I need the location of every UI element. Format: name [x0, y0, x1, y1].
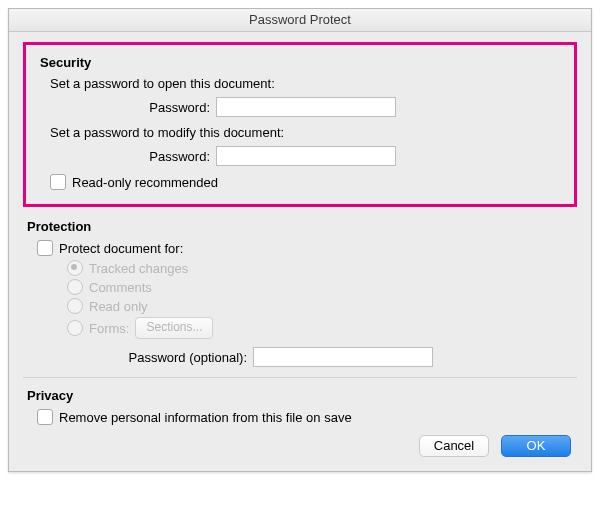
title-bar: Password Protect	[9, 9, 591, 32]
sections-button: Sections...	[135, 317, 213, 339]
optional-password-input[interactable]	[253, 347, 433, 367]
dialog-button-row: Cancel OK	[23, 435, 577, 457]
privacy-heading: Privacy	[27, 388, 573, 403]
modify-password-input[interactable]	[216, 146, 396, 166]
modify-password-prompt: Set a password to modify this document:	[50, 125, 284, 140]
radio-tracked-changes	[67, 260, 83, 276]
remove-personal-info-label: Remove personal information from this fi…	[59, 410, 352, 425]
protection-section: Protection Protect document for: Tracked…	[23, 219, 577, 367]
privacy-section: Privacy Remove personal information from…	[23, 388, 577, 425]
open-password-label: Password:	[50, 100, 216, 115]
open-password-input[interactable]	[216, 97, 396, 117]
radio-comments	[67, 279, 83, 295]
protect-for-checkbox[interactable]	[37, 240, 53, 256]
protection-radio-group: Tracked changes Comments Read only Forms…	[67, 260, 573, 339]
protection-heading: Protection	[27, 219, 573, 234]
security-heading: Security	[40, 55, 560, 70]
dialog-content: Security Set a password to open this doc…	[9, 32, 591, 471]
radio-forms	[67, 320, 83, 336]
radio-tracked-changes-label: Tracked changes	[89, 261, 188, 276]
readonly-label: Read-only recommended	[72, 175, 218, 190]
radio-comments-label: Comments	[89, 280, 152, 295]
dialog-window: Password Protect Security Set a password…	[8, 8, 592, 472]
open-password-prompt: Set a password to open this document:	[50, 76, 275, 91]
radio-read-only-label: Read only	[89, 299, 148, 314]
radio-read-only	[67, 298, 83, 314]
modify-password-label: Password:	[50, 149, 216, 164]
ok-button[interactable]: OK	[501, 435, 571, 457]
readonly-checkbox[interactable]	[50, 174, 66, 190]
protect-for-label: Protect document for:	[59, 241, 183, 256]
window-title: Password Protect	[249, 12, 351, 27]
separator	[23, 377, 577, 378]
remove-personal-info-checkbox[interactable]	[37, 409, 53, 425]
cancel-button[interactable]: Cancel	[419, 435, 489, 457]
security-section: Security Set a password to open this doc…	[23, 42, 577, 207]
optional-password-label: Password (optional):	[37, 350, 253, 365]
radio-forms-label: Forms:	[89, 321, 129, 336]
